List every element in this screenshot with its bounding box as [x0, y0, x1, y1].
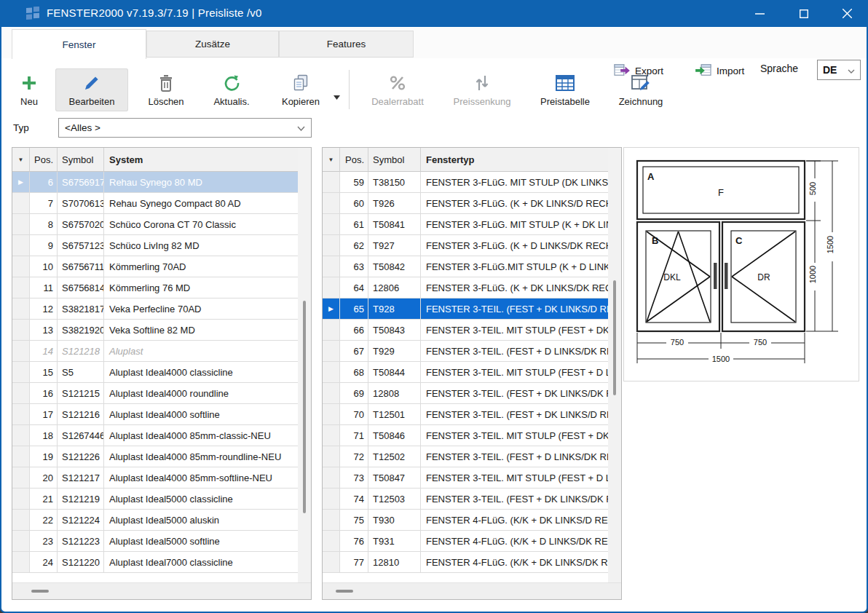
horizontal-scrollbar[interactable] — [323, 582, 621, 599]
grid-row[interactable]: 59T38150FENSTER 3-FLüG. MIT STULP (DK LI… — [323, 172, 609, 193]
cell-name[interactable]: Aluplast Ideal5000 softline — [104, 531, 299, 552]
grid-row[interactable]: 10S6756711Kömmerling 70AD — [12, 256, 299, 277]
cell-pos[interactable]: 20 — [30, 467, 58, 489]
grid-row[interactable]: 70T12501FENSTER 3-TEIL. (FEST + DK LINKS… — [323, 404, 609, 425]
cell-name[interactable]: Rehau Synego 80 MD — [104, 172, 299, 193]
grid-row[interactable]: 6912808FENSTER 3-TEIL. (FEST + DK LINKS/… — [323, 383, 609, 404]
cell-symbol[interactable]: T50841 — [368, 214, 421, 235]
cell-symbol[interactable]: S6757123 — [58, 235, 104, 256]
grid-row[interactable]: 73T50847FENSTER 3-TEIL. MIT STULP (FEST … — [323, 467, 609, 489]
cell-name[interactable]: Veka Perfecline 70AD — [104, 298, 299, 320]
cell-name[interactable]: Schüco LivIng 82 MD — [104, 235, 299, 256]
cell-symbol[interactable]: 12808 — [368, 383, 421, 404]
cell-pos[interactable]: 68 — [340, 362, 368, 383]
cell-pos[interactable]: 76 — [340, 531, 368, 552]
cell-symbol[interactable]: 12810 — [368, 552, 421, 573]
cell-symbol[interactable]: T926 — [368, 193, 421, 214]
tab-zusaetze[interactable]: Zusätze — [146, 31, 279, 58]
scrollbar-thumb[interactable] — [31, 590, 49, 593]
grid-row[interactable]: 21S121219Aluplast Ideal5000 classicline — [12, 489, 299, 510]
cell-pos[interactable]: 72 — [340, 446, 368, 467]
cell-name[interactable]: Aluplast Ideal4000 85mm-roundline-NEU — [104, 446, 299, 467]
cell-name[interactable]: Schüco Corona CT 70 Classic — [104, 214, 299, 235]
grid-row[interactable]: 14S121218Aluplast — [12, 341, 299, 362]
cell-pos[interactable]: 9 — [30, 235, 58, 256]
cell-symbol[interactable]: T50847 — [368, 467, 421, 489]
grid-row[interactable]: 61T50841FENSTER 3-FLüG. MIT STULP (K + D… — [323, 214, 609, 235]
cell-symbol[interactable]: S121216 — [58, 404, 104, 425]
cell-name[interactable]: Aluplast Ideal4000 85mm-softline-NEU — [104, 467, 299, 489]
cell-symbol[interactable]: T931 — [368, 531, 421, 552]
cell-symbol[interactable]: T50844 — [368, 362, 421, 383]
cell-name[interactable]: Aluplast — [104, 341, 299, 362]
cell-symbol[interactable]: S121220 — [58, 552, 104, 573]
grid-row[interactable]: 17S121216Aluplast Ideal4000 softline — [12, 404, 299, 425]
grid-row[interactable]: 62T927FENSTER 3-FLüG. (K + D LINKS/DK RE… — [323, 235, 609, 256]
cell-pos[interactable]: 17 — [30, 404, 58, 425]
cell-symbol[interactable]: S6756814 — [58, 277, 104, 298]
cell-symbol[interactable]: T38150 — [368, 172, 421, 193]
cell-name[interactable]: FENSTER 3-FLüG. (K + D LINKS/DK RECH — [421, 235, 609, 256]
cell-pos[interactable]: 15 — [30, 362, 58, 383]
grid-row[interactable]: 68T50844FENSTER 3-TEIL. MIT STULP (FEST … — [323, 362, 609, 383]
cell-name[interactable]: Aluplast Ideal4000 roundline — [104, 383, 299, 404]
cell-pos[interactable]: 7 — [30, 193, 58, 214]
cell-symbol[interactable]: T50843 — [368, 320, 421, 341]
typ-select[interactable]: <Alles > — [58, 118, 312, 138]
cell-symbol[interactable]: S6756711 — [58, 256, 104, 277]
kopieren-dropdown-arrow-icon[interactable] — [334, 90, 340, 103]
grid-row[interactable]: 19S121226Aluplast Ideal4000 85mm-roundli… — [12, 446, 299, 467]
cell-pos[interactable]: 19 — [30, 446, 58, 467]
grid-row[interactable]: 63T50842FENSTER 3-FLüG.MIT STULP (K + D … — [323, 256, 609, 277]
cell-pos[interactable]: 22 — [30, 510, 58, 531]
cell-name[interactable]: Veka Softline 82 MD — [104, 320, 299, 341]
grid-row[interactable]: 23S121223Aluplast Ideal5000 softline — [12, 531, 299, 552]
cell-name[interactable]: FENSTER 3-FLüG. MIT STULP (K + DK LIN — [421, 214, 609, 235]
cell-pos[interactable]: 70 — [340, 404, 368, 425]
cell-symbol[interactable]: S3821817 — [58, 298, 104, 320]
cell-pos[interactable]: 71 — [340, 425, 368, 446]
cell-pos[interactable]: 6 — [30, 172, 58, 193]
cell-name[interactable]: Aluplast Ideal7000 classicline — [104, 552, 299, 573]
cell-name[interactable]: FENSTER 3-TEIL. MIT STULP (FEST + D L — [421, 467, 609, 489]
cell-pos[interactable]: 10 — [30, 256, 58, 277]
column-header-symbol[interactable]: Symbol — [368, 148, 421, 172]
aktualisieren-button[interactable]: Aktualis. — [201, 68, 262, 111]
header-filter-cell[interactable]: ▼ — [323, 148, 340, 172]
cell-symbol[interactable]: S7070613 — [58, 193, 104, 214]
cell-symbol[interactable]: S6757020 — [58, 214, 104, 235]
grid-row[interactable]: 7712810FENSTER 4-FLüG. (K/K + DK LINKS/D… — [323, 552, 609, 573]
cell-name[interactable]: FENSTER 3-TEIL. (FEST + DK LINKS/D RE — [421, 404, 609, 425]
cell-name[interactable]: Aluplast Ideal5000 classicline — [104, 489, 299, 510]
cell-pos[interactable]: 14 — [30, 341, 58, 362]
cell-symbol[interactable]: T12503 — [368, 489, 421, 510]
tab-features[interactable]: Features — [279, 31, 414, 58]
cell-symbol[interactable]: S121219 — [58, 489, 104, 510]
cell-pos[interactable]: 60 — [340, 193, 368, 214]
grid-row[interactable]: 8S6757020Schüco Corona CT 70 Classic — [12, 214, 299, 235]
cell-symbol[interactable]: T50842 — [368, 256, 421, 277]
grid-row[interactable]: 15S5Aluplast Ideal4000 classicline — [12, 362, 299, 383]
cell-pos[interactable]: 73 — [340, 467, 368, 489]
cell-name[interactable]: FENSTER 3-TEIL. (FEST + DK LINKS/D RE — [421, 298, 609, 320]
scrollbar-thumb[interactable] — [613, 280, 616, 395]
neu-button[interactable]: Neu — [9, 68, 50, 111]
cell-pos[interactable]: 61 — [340, 214, 368, 235]
cell-pos[interactable]: 11 — [30, 277, 58, 298]
header-filter-cell[interactable]: ▼ — [12, 148, 30, 172]
cell-name[interactable]: Aluplast Ideal5000 aluskin — [104, 510, 299, 531]
cell-pos[interactable]: 74 — [340, 489, 368, 510]
grid-row[interactable]: 20S121217Aluplast Ideal4000 85mm-softlin… — [12, 467, 299, 489]
language-select[interactable]: DE — [817, 60, 861, 80]
grid-row[interactable]: ▶65T928FENSTER 3-TEIL. (FEST + DK LINKS/… — [323, 298, 609, 320]
cell-symbol[interactable]: S1267446 — [58, 425, 104, 446]
cell-name[interactable]: FENSTER 3-FLüG.MIT STULP (K + D LINKS — [421, 256, 609, 277]
cell-symbol[interactable]: S121218 — [58, 341, 104, 362]
cell-symbol[interactable]: S5 — [58, 362, 104, 383]
cell-pos[interactable]: 13 — [30, 320, 58, 341]
cell-symbol[interactable]: T930 — [368, 510, 421, 531]
cell-name[interactable]: FENSTER 3-TEIL. MIT STULP (FEST + DK — [421, 425, 609, 446]
cell-name[interactable]: Rehau Synego Compact 80 AD — [104, 193, 299, 214]
grid-row[interactable]: 7S7070613Rehau Synego Compact 80 AD — [12, 193, 299, 214]
cell-symbol[interactable]: S121224 — [58, 510, 104, 531]
